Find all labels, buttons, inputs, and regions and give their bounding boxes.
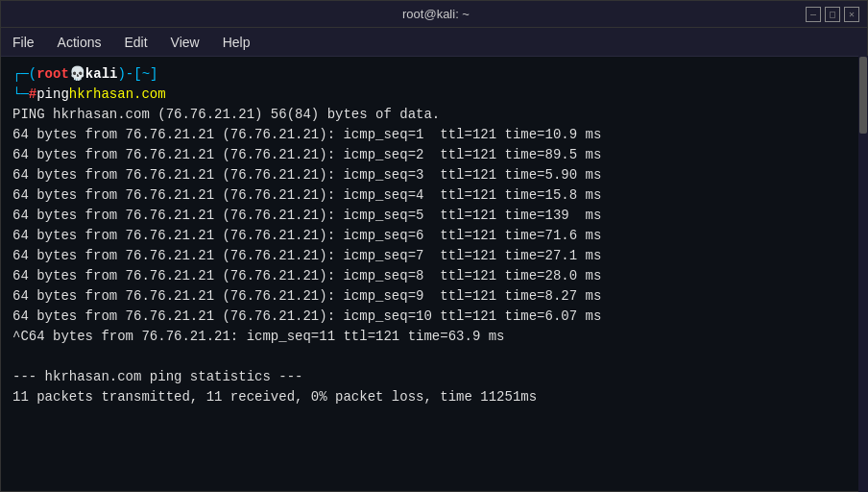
prompt-cmd-ping: ping [36, 85, 69, 105]
minimize-button[interactable]: — [806, 7, 821, 22]
output-line-7: 64 bytes from 76.76.21.21 (76.76.21.21):… [12, 246, 856, 266]
output-stats-result: 11 packets transmitted, 11 received, 0% … [12, 387, 856, 407]
output-line-4: 64 bytes from 76.76.21.21 (76.76.21.21):… [12, 185, 856, 206]
output-line-1: 64 bytes from 76.76.21.21 (76.76.21.21):… [12, 125, 856, 145]
output-blank [12, 347, 856, 367]
output-line-ctrlc: ^C64 bytes from 76.76.21.21: icmp_seq=11… [12, 327, 856, 347]
output-line-3: 64 bytes from 76.76.21.21 (76.76.21.21):… [12, 165, 856, 185]
output-line-9: 64 bytes from 76.76.21.21 (76.76.21.21):… [12, 286, 856, 307]
title-bar: root@kali: ~ — □ ✕ [1, 1, 867, 28]
output-line-5: 64 bytes from 76.76.21.21 (76.76.21.21):… [12, 206, 856, 226]
close-button[interactable]: ✕ [844, 7, 859, 22]
output-line-10: 64 bytes from 76.76.21.21 (76.76.21.21):… [12, 307, 856, 327]
output-ping-header: PING hkrhasan.com (76.76.21.21) 56(84) b… [12, 105, 856, 125]
scrollbar-track[interactable] [858, 56, 868, 492]
menu-view[interactable]: View [167, 33, 204, 52]
terminal-body[interactable]: ┌─(root💀kali)-[~] └─# ping hkrhasan.com … [1, 57, 867, 491]
prompt-line-1: ┌─(root💀kali)-[~] [12, 64, 856, 85]
maximize-button[interactable]: □ [825, 7, 840, 22]
window-controls: — □ ✕ [806, 7, 859, 22]
prompt-bracket-2: ] [150, 64, 157, 85]
prompt-line-2: └─# ping hkrhasan.com [12, 85, 856, 105]
menu-edit[interactable]: Edit [120, 33, 151, 52]
menu-help[interactable]: Help [219, 33, 254, 52]
window-title: root@kali: ~ [66, 7, 806, 21]
menu-bar: File Actions Edit View Help [1, 28, 867, 57]
menu-file[interactable]: File [9, 33, 38, 52]
prompt-user: root [36, 64, 69, 85]
output-line-2: 64 bytes from 76.76.21.21 (76.76.21.21):… [12, 145, 856, 165]
prompt-top-dash: ┌─( [12, 64, 36, 85]
scrollbar-thumb[interactable] [859, 57, 867, 134]
output-line-8: 64 bytes from 76.76.21.21 (76.76.21.21):… [12, 266, 856, 286]
prompt-bracket-1: )-[ [117, 64, 141, 85]
prompt-hash: # [29, 85, 36, 105]
prompt-skull-icon: 💀 [69, 64, 85, 85]
output-line-6: 64 bytes from 76.76.21.21 (76.76.21.21):… [12, 226, 856, 246]
prompt-cmd-target: hkrhasan.com [69, 85, 166, 105]
menu-actions[interactable]: Actions [54, 33, 106, 52]
prompt-bottom-dash: └─ [12, 85, 29, 105]
output-stats-header: --- hkrhasan.com ping statistics --- [12, 367, 856, 387]
prompt-host: kali [85, 64, 118, 85]
prompt-dir: ~ [142, 64, 150, 85]
